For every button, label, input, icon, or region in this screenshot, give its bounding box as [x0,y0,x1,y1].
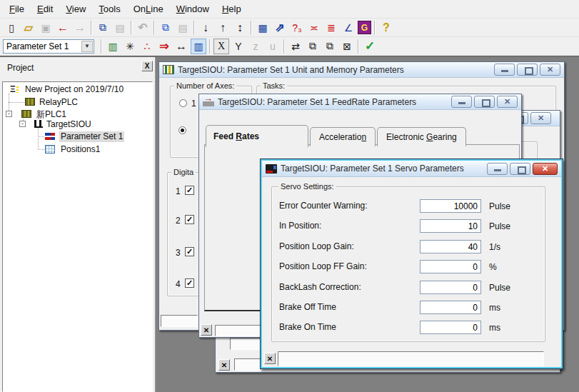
minimize-button[interactable] [451,96,472,108]
maximize-button[interactable] [474,96,495,108]
graphic-mode-icon[interactable]: G [358,21,371,34]
download-to-controller-icon[interactable]: ↓ [198,20,213,36]
digital-input-1-checkbox[interactable]: ✓ [185,186,194,195]
maximize-button[interactable] [517,64,538,76]
tree-item-newplc1[interactable]: 新PLC1 [35,109,68,120]
menu-tools[interactable]: Tools [92,1,126,16]
offset-icon[interactable]: ⇄ [288,39,303,54]
quick-monitor-icon[interactable]: ≍ [306,20,322,36]
menu-online[interactable]: OnLine [127,1,170,16]
minimize-button[interactable] [494,64,515,76]
window-servo[interactable]: TargetSIOU: Parameter Set 1 Servo Parame… [260,159,563,369]
init-parameters-icon[interactable]: ✳ [122,39,138,54]
copy-frame-icon[interactable]: ⧉ [95,20,111,36]
copy-pages-icon[interactable]: ⧉ [158,20,173,36]
close-strip-icon[interactable]: ✕ [201,324,212,336]
tree-item-relayplc[interactable]: RelayPLC [38,97,79,108]
axis-y-button[interactable]: Y [231,39,246,54]
window-feedrate-titlebar[interactable]: TargetSIOU: Parameter Set 1 FeedRate Par… [199,94,521,110]
servo-row-label: BackLash Correction: [279,282,361,292]
axis-x-button[interactable]: X [213,39,229,54]
paste-axis-icon[interactable]: ⧉ [322,39,338,54]
close-strip-icon[interactable]: ✕ [218,359,230,371]
minimize-button[interactable] [487,163,508,175]
digital-input-3-checkbox[interactable]: ✓ [185,247,194,256]
navigate-forward-icon[interactable]: → [72,20,88,36]
project-panel: Project X ΞNew Project on 2019/7/10Relay… [0,57,156,392]
servo-row-input[interactable] [420,240,481,253]
feedrate-parameters-icon[interactable]: ⇒ [156,39,172,54]
clear-table-icon[interactable]: ⊠ [339,39,355,54]
find-next-icon[interactable]: ⇗ [272,20,288,36]
tree-item-positions1[interactable]: Positions1 [59,144,101,155]
chevron-down-icon[interactable]: ▼ [81,41,93,52]
help-icon[interactable]: ? [378,20,394,36]
paste-frame-icon[interactable]: ▤ [112,20,128,36]
digital-input-4-checkbox[interactable]: ✓ [185,278,194,288]
servo-row-input[interactable] [420,199,481,213]
close-strip-icon[interactable]: ✕ [264,353,276,364]
tree-expander[interactable]: - [6,111,12,117]
digital-group-label: Digita [171,168,196,176]
close-button[interactable] [540,64,560,76]
toolbar-separator [358,39,359,54]
axis-u-button[interactable]: u [265,39,281,54]
save-icon[interactable]: ▣ [38,20,54,36]
tree-item-targetsiou[interactable]: TargetSIOU [45,119,93,130]
open-folder-icon[interactable]: ▱ [21,20,36,36]
window-servo-titlebar[interactable]: TargetSIOU: Parameter Set 1 Servo Parame… [262,161,561,177]
trend-chart-icon[interactable]: ∠ [341,20,356,36]
apply-check-icon[interactable]: ✓ [362,39,378,54]
menu-window[interactable]: Window [170,1,216,16]
menu-view-mnemonic: V [66,4,71,14]
toolbar-separator [374,21,376,35]
menu-file[interactable]: File [3,1,31,16]
servo-row-unit: ms [489,303,500,313]
tree-expander[interactable]: - [19,121,26,127]
copy-axis-icon[interactable]: ⧉ [305,39,321,54]
close-button[interactable] [497,96,518,108]
servo-row-input[interactable] [420,219,481,233]
menu-edit[interactable]: Edit [31,1,59,16]
monitor-list-icon[interactable]: ≣ [323,20,339,36]
new-document-icon[interactable]: ▯ [4,20,19,36]
servo-parameters-icon[interactable]: ▥ [191,39,206,54]
feedrate-parameters-icon [203,97,214,106]
menu-help[interactable]: Help [216,1,248,16]
window-unit-memory-titlebar[interactable]: TargetSIOU: Parameter Set 1 Unit and Mem… [159,62,564,78]
servo-row-input[interactable] [420,321,481,334]
close-button[interactable] [533,163,558,175]
tree-connector [38,126,39,150]
servo-row-label: Brake Off Time [279,302,336,312]
tab-electronic-gearing[interactable]: Electronic Gearing [377,127,466,146]
servo-row-label: In Position: [279,221,321,231]
find-register-icon[interactable]: ?₃ [289,20,305,36]
paste-page-icon[interactable]: ▤ [175,20,191,36]
window-title: TargetSIOU: Parameter Set 1 Servo Parame… [281,164,483,174]
tab-feed-rates[interactable]: Feed Rates [206,125,308,147]
monitor-grid-icon[interactable]: ▦ [255,20,271,36]
digital-input-2-checkbox[interactable]: ✓ [185,215,194,224]
axis-z-button[interactable]: z [248,39,263,54]
maximize-button[interactable] [510,163,530,175]
menu-view[interactable]: View [59,1,92,16]
unit-parameters-icon[interactable]: ▥ [105,39,121,54]
axes-radio-selected[interactable] [178,126,186,134]
tree-item-project-root[interactable]: New Project on 2019/7/10 [24,84,125,95]
travel-range-icon[interactable]: ↔ [173,39,189,54]
axes-radio-1[interactable] [179,99,187,107]
position-points-icon[interactable]: ∴ [139,39,155,54]
servo-row-input[interactable] [420,260,481,273]
servo-row-input[interactable] [420,301,481,314]
tab-acceleration[interactable]: Acceleration [310,127,376,146]
tree-item-parameter-set-1[interactable]: Parameter Set 1 [59,131,124,142]
navigate-back-icon[interactable]: ← [55,20,71,36]
undo-icon[interactable]: ↶ [135,20,151,36]
parameter-set-combo-input[interactable] [4,41,79,52]
close-icon[interactable]: X [141,61,153,71]
upload-from-controller-icon[interactable]: ↑ [215,20,231,36]
verify-transfer-icon[interactable]: ↕ [232,20,248,36]
parameter-set-combo[interactable]: ▼ [3,39,94,54]
servo-row-input[interactable] [420,281,481,294]
close-button[interactable] [530,112,551,124]
